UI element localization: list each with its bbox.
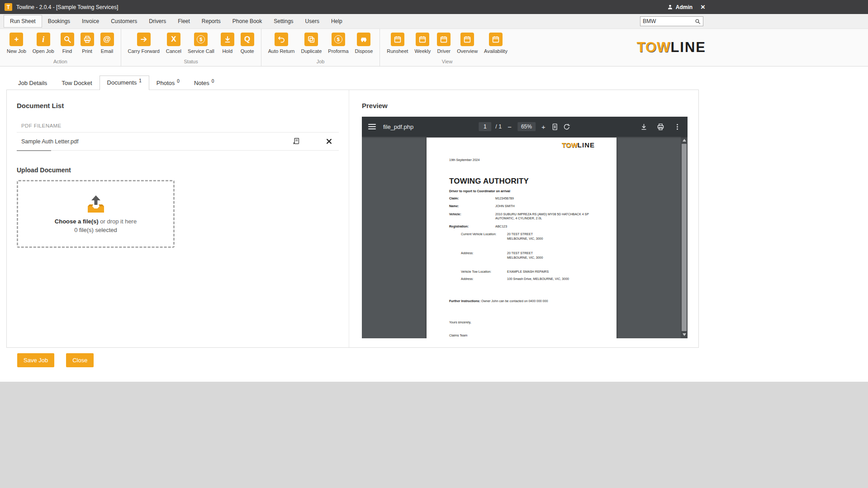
search-icon[interactable] <box>695 19 701 24</box>
tab-job-details[interactable]: Job Details <box>11 76 54 90</box>
tab-photos[interactable]: Photos0 <box>149 76 187 90</box>
open-job-button[interactable]: i Open Job <box>30 32 57 55</box>
hold-button[interactable]: Hold <box>218 32 237 55</box>
menu-item-customers[interactable]: Customers <box>105 15 143 27</box>
admin-label: Admin <box>676 4 693 10</box>
download-icon[interactable] <box>640 123 648 131</box>
calendar-icon <box>391 33 404 46</box>
scroll-up-icon[interactable] <box>683 139 686 142</box>
print-icon[interactable] <box>657 123 664 131</box>
page-number-input[interactable] <box>479 122 491 131</box>
document-row[interactable]: Sample Auth Letter.pdf <box>17 133 339 151</box>
overview-button[interactable]: Overview <box>455 32 480 55</box>
delete-document-icon[interactable] <box>326 138 332 145</box>
group-label-view: View <box>384 58 510 66</box>
calendar-icon <box>460 33 474 46</box>
pdf-scrollbar[interactable] <box>681 137 688 338</box>
car-icon <box>357 33 370 46</box>
pdf-current-address: Address: 20 TEST STREETMELBOURNE, VIC, 3… <box>461 251 594 260</box>
weekly-button[interactable]: Weekly <box>412 32 433 55</box>
print-button[interactable]: Print <box>78 32 96 55</box>
choose-file-line: Choose a file(s) or drop it here <box>55 218 137 225</box>
fit-page-icon[interactable] <box>551 123 559 131</box>
menu-item-bookings[interactable]: Bookings <box>42 15 76 27</box>
zoom-in-button[interactable]: + <box>540 123 547 131</box>
driver-button[interactable]: Driver <box>435 32 453 55</box>
email-button[interactable]: @ Email <box>98 32 116 55</box>
preview-title: Preview <box>362 102 698 109</box>
close-button[interactable]: Close <box>66 353 94 367</box>
tab-notes[interactable]: Notes0 <box>187 76 222 90</box>
ribbon-group-job: Auto Return Duplicate $ Proforma Dispose… <box>261 29 380 66</box>
at-icon: @ <box>100 33 114 46</box>
copy-icon <box>304 33 318 46</box>
service-call-button[interactable]: $ Service Call <box>185 32 217 55</box>
document-filename: Sample Auth Letter.pdf <box>21 138 293 145</box>
menu-item-help[interactable]: Help <box>325 15 348 27</box>
menu-item-reports[interactable]: Reports <box>196 15 227 27</box>
scrollbar-thumb[interactable] <box>682 144 687 331</box>
menu-item-run-sheet[interactable]: Run Sheet <box>4 15 42 28</box>
pdf-viewer: file_pdf.php / 1 − 65% + <box>362 117 688 338</box>
menu-item-fleet[interactable]: Fleet <box>172 15 196 27</box>
more-options-icon[interactable] <box>674 123 681 131</box>
save-job-button[interactable]: Save Job <box>17 353 54 367</box>
carry-forward-button[interactable]: Carry Forward <box>126 32 162 55</box>
cancel-job-button[interactable]: X Cancel <box>164 32 184 55</box>
tab-documents[interactable]: Documents1 <box>100 76 149 90</box>
auto-return-button[interactable]: Auto Return <box>266 32 297 55</box>
rotate-icon[interactable] <box>563 123 571 131</box>
tab-tow-docket[interactable]: Tow Docket <box>54 76 99 90</box>
app-logo-letter: T <box>7 4 10 10</box>
column-grip <box>17 150 51 151</box>
menu-item-drivers[interactable]: Drivers <box>143 15 172 27</box>
arrow-down-icon <box>221 33 234 46</box>
search-icon <box>61 33 74 46</box>
availability-button[interactable]: Availability <box>482 32 510 55</box>
window-title: Towline - 2.0.4 - [Sample Towing Service… <box>16 4 118 10</box>
column-header-pdf-filename: PDF FILENAME <box>17 119 339 133</box>
pdf-page: TOWLINE 19th September 2024 TOWING AUTHO… <box>427 137 617 338</box>
pdf-subheading: Driver to report to Coordinator on arriv… <box>449 190 594 193</box>
zoom-level[interactable]: 65% <box>517 122 536 131</box>
pdf-signature: Claims Team <box>449 334 594 337</box>
pdf-filename: file_pdf.php <box>383 123 413 130</box>
scroll-down-icon[interactable] <box>683 333 686 336</box>
pdf-further-instructions: Further Instructions: Owner John can be … <box>449 299 594 303</box>
open-document-icon[interactable] <box>293 137 300 145</box>
search-input[interactable] <box>643 18 695 24</box>
printer-icon <box>81 33 94 46</box>
file-count-label: 0 file(s) selected <box>74 227 117 233</box>
file-dropzone[interactable]: Choose a file(s) or drop it here 0 file(… <box>17 180 175 248</box>
ribbon-group-action: + New Job i Open Job Find Print @ Email … <box>0 29 121 66</box>
dispose-button[interactable]: Dispose <box>353 32 375 55</box>
pdf-current-vehicle-location: Current Vehicle Location: 20 TEST STREET… <box>461 232 594 241</box>
menu-item-users[interactable]: Users <box>299 15 325 27</box>
choose-file-link[interactable]: Choose a file(s) <box>55 218 99 225</box>
ribbon-toolbar: + New Job i Open Job Find Print @ Email … <box>0 29 868 66</box>
menu-item-phone-book[interactable]: Phone Book <box>227 15 268 27</box>
footer-actions: Save Job Close <box>0 348 868 382</box>
documents-count-badge: 1 <box>139 78 142 83</box>
arrow-right-icon <box>137 33 151 46</box>
menu-item-invoice[interactable]: Invoice <box>76 15 105 27</box>
job-tabs: Job Details Tow Docket Documents1 Photos… <box>0 76 868 90</box>
find-button[interactable]: Find <box>58 32 76 55</box>
group-label-action: Action <box>5 58 116 66</box>
photos-count-badge: 0 <box>177 79 180 84</box>
window-close-button[interactable]: × <box>701 3 705 11</box>
admin-user-menu[interactable]: Admin <box>667 4 693 10</box>
group-label-job: Job <box>266 58 375 66</box>
menu-icon[interactable] <box>368 124 376 129</box>
duplicate-button[interactable]: Duplicate <box>299 32 324 55</box>
new-job-button[interactable]: + New Job <box>5 32 28 55</box>
pdf-tow-address: Address: 100 Smash Drive, MELBOURNE, VIC… <box>461 277 594 281</box>
page-total-label: / 1 <box>495 123 502 130</box>
upload-icon <box>85 194 107 213</box>
calendar-icon <box>416 33 429 46</box>
proforma-button[interactable]: $ Proforma <box>326 32 351 55</box>
menu-item-settings[interactable]: Settings <box>268 15 299 27</box>
zoom-out-button[interactable]: − <box>506 123 513 131</box>
quote-button[interactable]: Q Quote <box>238 32 256 55</box>
runsheet-button[interactable]: Runsheet <box>384 32 410 55</box>
